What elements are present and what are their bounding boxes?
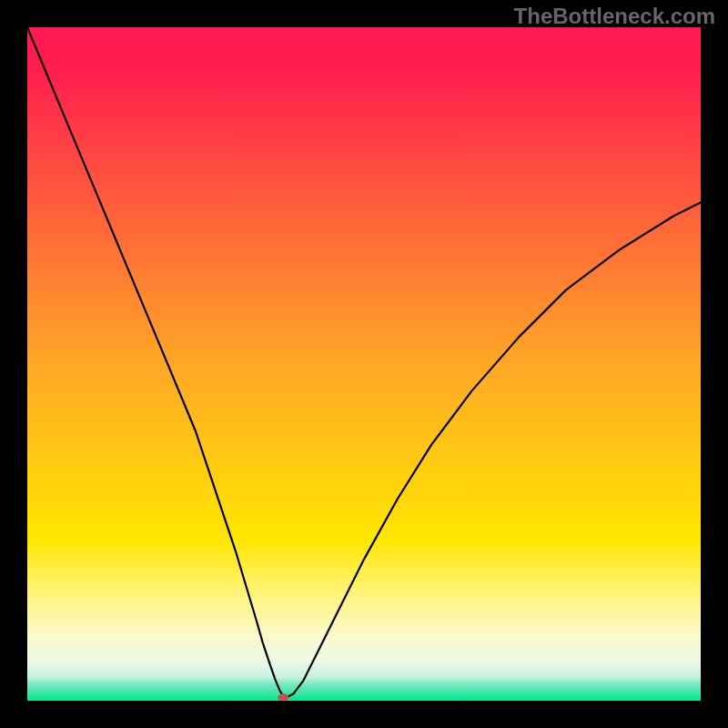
chart-frame: TheBottleneck.com: [0, 0, 728, 728]
bottleneck-chart: [0, 0, 728, 728]
optimal-point-marker: [278, 693, 288, 701]
chart-background: [27, 27, 701, 701]
watermark-text: TheBottleneck.com: [514, 4, 715, 29]
